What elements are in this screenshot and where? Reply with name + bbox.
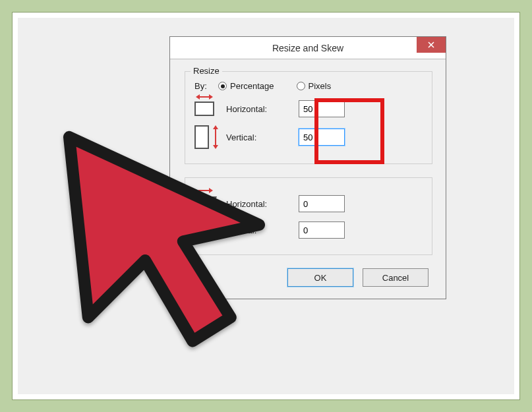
- resize-horizontal-input[interactable]: [299, 100, 345, 117]
- close-button[interactable]: [417, 37, 446, 53]
- cancel-button-label: Cancel: [382, 273, 409, 283]
- skew-group: Horizontal: Vertical:: [185, 177, 432, 255]
- titlebar[interactable]: Resize and Skew: [170, 37, 446, 59]
- skew-horizontal-icon: [194, 196, 214, 211]
- resize-vertical-label: Vertical:: [226, 132, 299, 142]
- skew-vertical-input[interactable]: [299, 221, 345, 239]
- resize-horizontal-label: Horizontal:: [226, 104, 299, 114]
- radio-dot-icon: [218, 82, 227, 90]
- radio-percentage[interactable]: Percentage: [218, 81, 274, 91]
- radio-pixels-label: Pixels: [309, 81, 332, 91]
- skew-vertical-icon: [194, 220, 209, 240]
- radio-dot-icon: [297, 82, 305, 90]
- ok-button-label: OK: [314, 273, 327, 283]
- skew-vertical-label: Vertical:: [226, 225, 299, 235]
- dialog-title: Resize and Skew: [272, 43, 343, 53]
- radio-percentage-label: Percentage: [230, 81, 274, 91]
- resize-skew-dialog: Resize and Skew Resize By: Percentage: [169, 36, 446, 299]
- by-label: By:: [194, 81, 212, 91]
- resize-vertical-input[interactable]: [299, 129, 345, 146]
- resize-horizontal-icon: [194, 102, 214, 116]
- ok-button[interactable]: OK: [287, 268, 353, 287]
- resize-group: Resize By: Percentage Pixels: [185, 71, 432, 164]
- cancel-button[interactable]: Cancel: [363, 268, 429, 287]
- skew-horizontal-input[interactable]: [299, 195, 345, 212]
- close-icon: [428, 40, 434, 50]
- skew-horizontal-label: Horizontal:: [226, 199, 299, 209]
- resize-vertical-icon: [194, 125, 218, 149]
- radio-pixels[interactable]: Pixels: [297, 81, 332, 91]
- resize-legend: Resize: [191, 66, 222, 76]
